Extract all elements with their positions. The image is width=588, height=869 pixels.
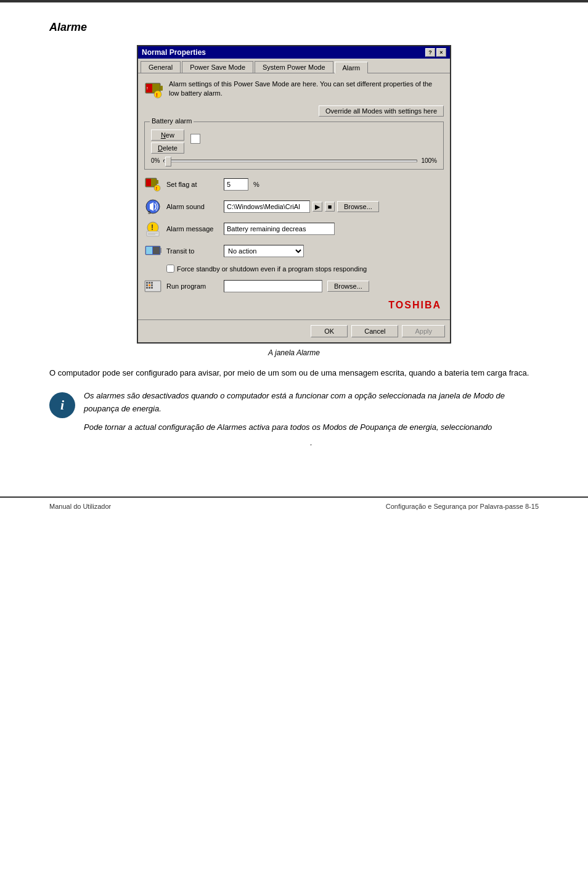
page-footer: Manual do Utilizador Configuração e Segu…: [0, 498, 588, 515]
info-text: Alarm settings of this Power Save Mode a…: [169, 80, 444, 99]
svg-text:5: 5: [148, 210, 151, 215]
transit-row: Transit to No action Standby Hibernate: [144, 242, 444, 260]
force-standby-row: Force standby or shutdown even if a prog…: [166, 265, 444, 273]
svg-rect-20: [146, 247, 152, 254]
set-flag-unit: %: [253, 181, 259, 188]
close-button[interactable]: ×: [436, 48, 446, 57]
svg-rect-8: [157, 180, 158, 184]
alarm-sound-icon: 5: [144, 198, 161, 215]
svg-text:!: !: [147, 86, 148, 90]
force-standby-label: Force standby or shutdown even if a prog…: [177, 265, 367, 273]
ok-button[interactable]: OK: [311, 325, 348, 337]
cancel-button[interactable]: Cancel: [351, 325, 398, 337]
tab-alarm[interactable]: Alarm: [335, 62, 369, 73]
svg-rect-25: [146, 282, 148, 284]
transit-icon: [144, 242, 161, 260]
alarm-sound-input[interactable]: [224, 200, 310, 213]
transit-dropdown[interactable]: No action Standby Hibernate: [224, 245, 304, 257]
svg-rect-28: [146, 284, 148, 286]
set-flag-row: ! Set flag at %: [144, 176, 444, 193]
sound-controls: ▶ ■ Browse...: [224, 200, 379, 213]
svg-rect-22: [160, 248, 161, 253]
set-flag-input[interactable]: [224, 178, 248, 191]
info-box-text-2: Pode tornar a actual configuração de Ala…: [84, 421, 539, 434]
info-bar: ! ! Alarm settings of this Power Save Mo…: [144, 80, 444, 99]
slider-container: 0% 100%: [151, 157, 437, 164]
help-button[interactable]: ?: [425, 48, 435, 57]
browse-program-button[interactable]: Browse...: [327, 281, 369, 292]
alarm-message-row: ! Alarm message: [144, 220, 444, 237]
footer-right: Configuração e Segurança por Palavra-pas…: [386, 503, 539, 510]
force-standby-checkbox[interactable]: [166, 265, 174, 273]
dialog-caption: A janela Alarme: [49, 348, 539, 357]
dialog-window: Normal Properties ? × General Power Save…: [137, 45, 451, 344]
titlebar-buttons: ? ×: [425, 48, 446, 57]
new-delete-buttons: New Delete: [151, 130, 184, 154]
tab-system-power-mode[interactable]: System Power Mode: [255, 61, 333, 73]
battery-icon: ! !: [144, 80, 164, 99]
svg-rect-16: [147, 231, 159, 236]
alarm-sound-row: 5 Alarm sound ▶ ■ Browse...: [144, 198, 444, 215]
run-program-row: Run program Browse...: [144, 278, 444, 295]
slider-row: 0% 100%: [151, 157, 437, 164]
set-flag-label: Set flag at: [166, 181, 219, 188]
info-icon-letter: i: [60, 397, 64, 413]
svg-rect-32: [149, 287, 150, 289]
footer-left: Manual do Utilizador: [49, 503, 111, 510]
stop-button[interactable]: ■: [325, 202, 335, 212]
run-program-label: Run program: [166, 282, 219, 290]
info-box-text-2-content: Pode tornar a actual configuração de Ala…: [84, 422, 492, 432]
svg-point-4: [154, 91, 161, 98]
svg-rect-29: [149, 284, 150, 286]
dialog-titlebar: Normal Properties ? ×: [138, 46, 450, 59]
info-icon: i: [49, 392, 75, 418]
dialog-title: Normal Properties: [142, 48, 206, 57]
apply-button[interactable]: Apply: [402, 325, 445, 337]
svg-rect-1: [160, 86, 163, 91]
svg-rect-30: [151, 284, 153, 286]
info-box-text-1: Os alarmes são desactivados quando o com…: [84, 390, 539, 416]
new-button[interactable]: New: [151, 130, 184, 141]
svg-rect-31: [146, 287, 148, 289]
info-box-content: Os alarmes são desactivados quando o com…: [84, 390, 539, 450]
set-flag-icon: !: [144, 176, 161, 193]
override-button[interactable]: Override all Modes with settings here: [319, 105, 444, 117]
section-title: Alarme: [49, 21, 539, 34]
dialog-body: ! ! Alarm settings of this Power Save Mo…: [138, 73, 450, 319]
svg-rect-21: [153, 247, 160, 254]
svg-rect-26: [149, 282, 150, 284]
transit-to-label: Transit to: [166, 247, 219, 255]
slider-max-label: 100%: [421, 157, 437, 164]
slider-track[interactable]: [163, 160, 417, 162]
alarm-message-label: Alarm message: [166, 225, 219, 233]
override-btn-container: Override all Modes with settings here: [144, 105, 444, 117]
svg-rect-33: [151, 287, 153, 289]
toshiba-logo: TOSHIBA: [144, 300, 444, 311]
tab-general[interactable]: General: [141, 61, 181, 73]
body-paragraph: O computador pode ser configurado para a…: [49, 367, 539, 380]
play-button[interactable]: ▶: [312, 202, 322, 212]
slider-thumb[interactable]: [165, 157, 171, 167]
alarm-message-input[interactable]: [224, 223, 335, 235]
run-program-input[interactable]: [224, 280, 322, 292]
svg-text:!: !: [151, 223, 153, 232]
run-program-icon: [144, 278, 161, 295]
battery-alarm-label: Battery alarm: [150, 117, 194, 125]
delete-button[interactable]: Delete: [151, 142, 184, 154]
alarm-sound-label: Alarm sound: [166, 203, 219, 210]
slider-min-label: 0%: [151, 157, 160, 164]
svg-text:!: !: [156, 92, 158, 98]
svg-rect-27: [151, 282, 153, 284]
alarm-checkbox[interactable]: [190, 134, 200, 144]
tab-power-save-mode[interactable]: Power Save Mode: [182, 61, 253, 73]
battery-controls: New Delete: [151, 130, 437, 154]
battery-alarm-group: Battery alarm New Delete 0% 1: [144, 121, 444, 170]
dialog-footer: OK Cancel Apply: [138, 319, 450, 342]
svg-rect-7: [146, 179, 151, 186]
alarm-message-icon: !: [144, 220, 161, 237]
svg-text:!: !: [156, 186, 158, 191]
info-box: i Os alarmes são desactivados quando o c…: [49, 390, 539, 450]
dialog-tabs: General Power Save Mode System Power Mod…: [138, 59, 450, 73]
info-box-dot: .: [84, 437, 539, 450]
browse-sound-button[interactable]: Browse...: [337, 201, 379, 212]
